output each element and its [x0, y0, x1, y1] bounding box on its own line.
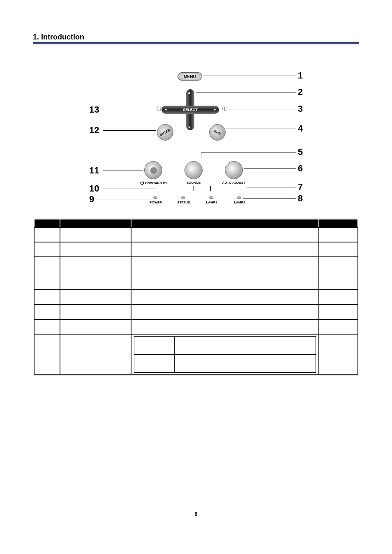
cell-item: [34, 334, 60, 375]
cell-page: [319, 242, 358, 257]
cell-item: [34, 319, 60, 334]
power-led-label: POWER: [148, 201, 163, 204]
auto-adjust-button: [225, 161, 243, 179]
callout-12: 12: [89, 125, 99, 136]
lamp2-led-label: LAMP2: [232, 201, 247, 204]
rule-sub: [33, 44, 359, 44]
cell-desc: [131, 319, 319, 334]
source-label: SOURCE: [184, 181, 203, 185]
section-title: 1. Introduction: [33, 33, 359, 42]
cell-desc: [131, 257, 319, 290]
cell-page: [319, 305, 358, 319]
callout-4: 4: [298, 123, 303, 134]
control-panel-diagram: 1 2 3 4 5 6 7 8 13 12 11 10 9: [89, 67, 303, 210]
horizontal-keystone-icon: ⟨▯: [221, 106, 228, 111]
status-led-label: STATUS: [175, 201, 192, 204]
on-standby-button: [144, 161, 162, 179]
table-row: [34, 305, 358, 319]
cell-page: [319, 319, 358, 334]
table-row: [34, 290, 358, 305]
table-row: [34, 334, 358, 375]
cell-label: [60, 319, 131, 334]
cell-desc: [131, 242, 319, 257]
cell-item: [34, 227, 60, 242]
cell-page: [319, 334, 358, 375]
table-row: [34, 257, 358, 290]
table-row: [34, 319, 358, 334]
callout-13: 13: [89, 104, 99, 115]
cell-label: [60, 227, 131, 242]
controls-table: [33, 218, 359, 376]
cell-page: [319, 290, 358, 305]
cell-label: [60, 290, 131, 305]
page-number: 8: [0, 511, 392, 517]
cell-desc: [131, 334, 319, 375]
lamp1-led-label: LAMP1: [204, 201, 219, 204]
cell-page: [319, 257, 358, 290]
on-standby-label: ON/STAND BY: [138, 181, 169, 185]
cell-label: [60, 305, 131, 319]
th-page: [319, 219, 358, 227]
cell-desc: [131, 290, 319, 305]
callout-9: 9: [89, 194, 94, 205]
callout-7: 7: [298, 182, 303, 192]
th-desc: [131, 219, 319, 227]
source-button: [184, 161, 203, 179]
cell-item: [34, 290, 60, 305]
callout-5: 5: [298, 147, 303, 157]
th-label: [60, 219, 131, 227]
subheading-underline: [45, 53, 152, 59]
callout-2: 2: [298, 87, 303, 97]
exit-button: EXIT: [209, 124, 226, 141]
table-row: [34, 242, 358, 257]
auto-adjust-label: AUTO ADJUST: [221, 181, 247, 185]
menu-button: MENU: [178, 72, 202, 81]
callout-11: 11: [89, 165, 99, 176]
callout-6: 6: [298, 163, 303, 174]
select-pad: SELECT: [161, 89, 219, 130]
th-item: [34, 219, 60, 227]
cell-page: [319, 227, 358, 242]
cell-label: [60, 257, 131, 290]
callout-8: 8: [298, 193, 303, 204]
cell-label: [60, 334, 131, 375]
cell-label: [60, 242, 131, 257]
callout-3: 3: [298, 104, 303, 114]
cell-item: [34, 242, 60, 257]
table-row: [34, 227, 358, 242]
enter-button: ENTER: [157, 124, 173, 141]
cell-item: [34, 257, 60, 290]
cell-item: [34, 305, 60, 319]
cell-desc: [131, 305, 319, 319]
cell-desc: [131, 227, 319, 242]
callout-10: 10: [89, 183, 99, 194]
callout-1: 1: [298, 70, 303, 81]
